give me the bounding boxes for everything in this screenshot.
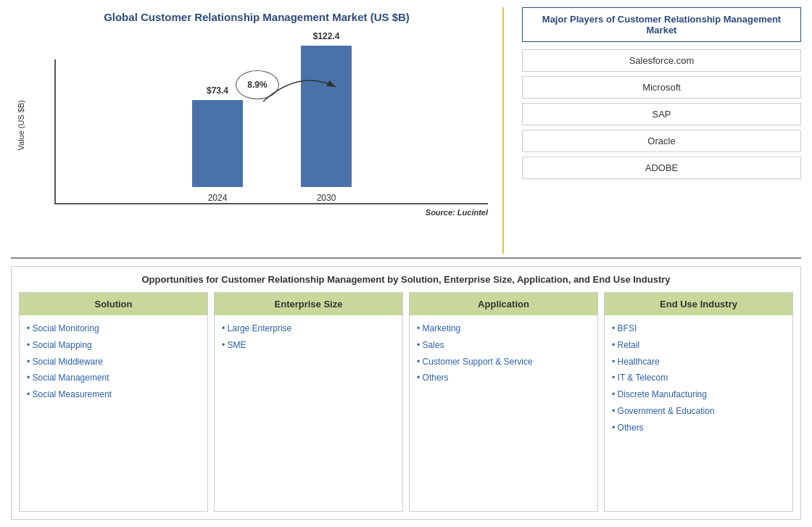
enterprise-body: Large Enterprise SME <box>215 315 402 511</box>
enduse-body: BFSI Retail Healthcare IT & Telecom Disc… <box>605 315 792 511</box>
bar-2024 <box>192 100 243 187</box>
bar-value-2030: $122.4 <box>313 31 340 41</box>
solution-item-2: Social Middleware <box>27 356 200 368</box>
bar-label-2030: 2030 <box>317 193 336 203</box>
enduse-item-3: IT & Telecom <box>612 372 785 384</box>
enduse-item-6: Others <box>612 422 785 434</box>
bottom-section: Opportunities for Customer Relationship … <box>11 266 801 520</box>
application-item-1: Sales <box>417 339 590 352</box>
player-sap: SAP <box>522 103 801 125</box>
enterprise-header: Enterprise Size <box>215 293 402 315</box>
solution-item-4: Social Measurement <box>27 389 200 401</box>
bar-label-2024: 2024 <box>208 193 228 203</box>
enduse-column: End Use Industry BFSI Retail Healthcare … <box>604 292 793 512</box>
opportunities-title: Opportunities for Customer Relationship … <box>19 274 793 285</box>
solution-header: Solution <box>20 293 207 315</box>
application-item-3: Others <box>417 372 590 384</box>
enduse-item-1: Retail <box>612 339 785 352</box>
enduse-item-2: Healthcare <box>612 356 785 368</box>
section-divider <box>11 257 801 259</box>
player-adobe: ADOBE <box>522 157 801 179</box>
solution-item-3: Social Management <box>27 372 200 384</box>
enduse-item-4: Discrete Manufacturing <box>612 389 785 401</box>
enterprise-column: Enterprise Size Large Enterprise SME <box>214 292 403 512</box>
chart-area: Global Customer Relationship Management … <box>11 7 504 254</box>
source-text: Source: Lucintel <box>426 208 488 217</box>
chart-wrapper: Value (US $B) $73.4 2024 $122.4 2030 <box>11 30 502 204</box>
main-container: Global Customer Relationship Management … <box>0 0 812 527</box>
solution-item-0: Social Monitoring <box>27 323 200 335</box>
player-microsoft: Microsoft <box>522 76 801 99</box>
enterprise-item-0: Large Enterprise <box>222 323 395 335</box>
bar-group-2030: $122.4 2030 <box>301 31 352 203</box>
enduse-header: End Use Industry <box>605 293 792 315</box>
enduse-item-0: BFSI <box>612 323 785 335</box>
cagr-arrow-svg <box>256 65 343 109</box>
application-body: Marketing Sales Customer Support & Servi… <box>410 315 597 511</box>
enterprise-item-1: SME <box>222 339 395 352</box>
player-salesforce: Salesforce.com <box>522 49 801 72</box>
y-axis-label: Value (US $B) <box>17 100 25 151</box>
application-column: Application Marketing Sales Customer Sup… <box>409 292 598 512</box>
bar-group-2024: $73.4 2024 <box>192 86 243 203</box>
enduse-item-5: Government & Education <box>612 405 785 418</box>
application-header: Application <box>410 293 597 315</box>
solution-body: Social Monitoring Social Mapping Social … <box>20 315 207 511</box>
solution-column: Solution Social Monitoring Social Mappin… <box>19 292 208 512</box>
top-section: Global Customer Relationship Management … <box>11 7 801 254</box>
players-title: Major Players of Customer Relationship M… <box>522 7 801 42</box>
bar-value-2024: $73.4 <box>207 86 228 96</box>
solution-item-1: Social Mapping <box>27 339 200 352</box>
chart-title: Global Customer Relationship Management … <box>104 11 410 23</box>
categories-container: Solution Social Monitoring Social Mappin… <box>19 292 793 512</box>
players-area: Major Players of Customer Relationship M… <box>511 7 801 254</box>
application-item-2: Customer Support & Service <box>417 356 590 368</box>
application-item-0: Marketing <box>417 323 590 335</box>
player-oracle: Oracle <box>522 130 801 152</box>
